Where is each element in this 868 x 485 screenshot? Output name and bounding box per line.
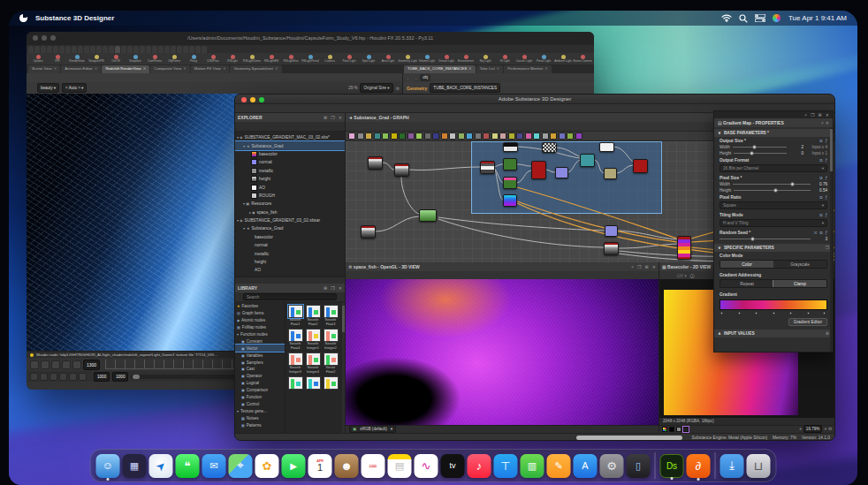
graph-node[interactable] xyxy=(580,154,595,167)
shelf-tool[interactable]: Stereo Camera xyxy=(573,53,592,64)
range-start-field[interactable]: 1000 xyxy=(94,372,110,382)
channels-color-icon[interactable] xyxy=(662,427,667,432)
close-icon[interactable]: ✕ xyxy=(275,66,278,71)
explorer-tree-item[interactable]: ▾ ◈ SUBSTANCE_GRADIENT_MAC_03_02.sbs* xyxy=(235,133,345,141)
shelf-tab[interactable] xyxy=(41,46,46,53)
shelf-tool[interactable]: ObjParms xyxy=(164,53,184,64)
library-category[interactable]: ▣ Comparison xyxy=(235,387,285,394)
properties-scrollbar[interactable] xyxy=(830,127,833,352)
houdini-titlebar[interactable]: /Users/admin/Documents/Houdini_Substance… xyxy=(27,32,594,45)
shelf-tab[interactable] xyxy=(146,46,151,53)
random-seed-value[interactable]: 3 xyxy=(813,237,827,241)
node-palette-icon[interactable] xyxy=(525,133,532,140)
graph-node[interactable] xyxy=(503,142,518,152)
pane-tab[interactable]: TUBE_BACK_CORE_INSTANCES✕ xyxy=(404,65,476,73)
explorer-tree-item[interactable]: height xyxy=(235,175,345,183)
shelf-tool[interactable]: Options xyxy=(28,53,48,64)
library-item[interactable]: Swizzle Float1 xyxy=(287,305,303,327)
pane-tab[interactable]: Redshift RenderView✕ xyxy=(102,65,149,73)
shelf-tab[interactable] xyxy=(202,46,207,53)
library-category[interactable]: ▤ Graph Items xyxy=(235,310,285,317)
shelf-tab[interactable] xyxy=(183,46,188,53)
library-item[interactable]: Swizzle Integer4 xyxy=(305,352,321,375)
dock-item[interactable]: ⌖ xyxy=(229,454,253,478)
shelf-tool[interactable]: Sky Light xyxy=(476,53,495,64)
shelf-tab[interactable] xyxy=(47,46,52,53)
node-palette-icon[interactable] xyxy=(475,133,482,140)
shelf-tool[interactable]: USDPros xyxy=(203,53,223,64)
close-icon[interactable]: ✕ xyxy=(652,264,656,269)
expose-icon[interactable]: ⧉ xyxy=(819,176,822,180)
search-icon[interactable] xyxy=(739,14,748,23)
dock-icon[interactable]: ⊞ xyxy=(324,285,327,291)
library-category[interactable]: ▣ Constant xyxy=(235,337,285,345)
zoom-in-button[interactable]: + xyxy=(824,427,826,431)
dock-item[interactable]: ☺ xyxy=(96,454,120,478)
function-icon[interactable]: ƒ xyxy=(825,176,827,180)
dock-item[interactable]: A xyxy=(574,454,598,478)
gradient-stop-handle[interactable] xyxy=(823,312,826,314)
graph-node[interactable] xyxy=(677,236,691,260)
section-input-values[interactable]: ∧INPUT VALUES ⚙ xyxy=(714,330,833,337)
node-palette-icon[interactable] xyxy=(567,133,574,140)
shelf-tool[interactable]: Spot Light xyxy=(359,53,378,64)
explorer-tree-item[interactable]: AO xyxy=(235,266,345,274)
gradient-stop-handle[interactable] xyxy=(720,312,723,314)
library-category[interactable]: ★ Favorites xyxy=(235,303,285,310)
gradient-stop-handle[interactable] xyxy=(738,312,741,314)
dock-item[interactable]: ≔ xyxy=(362,454,385,478)
playbar-mode-icon[interactable] xyxy=(49,373,57,381)
transport-button[interactable] xyxy=(51,360,60,369)
library-category[interactable]: ▾ Function nodes xyxy=(235,331,285,338)
path-segment[interactable]: obj xyxy=(420,74,430,81)
shelf-tab[interactable] xyxy=(127,46,133,53)
section-base-parameters[interactable]: ∨BASE PARAMETERS * xyxy=(714,129,833,137)
output-format-select[interactable]: 16 Bits per Channel▾ xyxy=(720,164,827,172)
node-palette-icon[interactable] xyxy=(374,133,381,140)
gradient-editor-button[interactable]: Gradient Editor xyxy=(788,318,827,326)
shelf-tool[interactable]: On/Off xyxy=(106,53,126,64)
shelf-tab[interactable] xyxy=(152,46,157,53)
shelf-tab[interactable] xyxy=(103,46,108,53)
close-icon[interactable]: ✕ xyxy=(223,66,226,71)
explorer-tree-item[interactable]: ▸ ◆ space_fish xyxy=(235,208,345,216)
library-item[interactable] xyxy=(323,376,339,398)
auto-select[interactable]: < Auto > ▾ xyxy=(62,83,87,93)
node-palette-icon[interactable] xyxy=(550,133,557,140)
shelf-tool[interactable]: RSLightSun xyxy=(281,53,301,64)
menubar-app-icon[interactable] xyxy=(773,14,780,22)
close-icon[interactable]: ✕ xyxy=(183,66,187,71)
wifi-icon[interactable] xyxy=(721,14,732,22)
explorer-tree-item[interactable]: ▾ ◈ SUBSTANCE_GRADIENT_03_02.sbsar xyxy=(235,216,345,224)
node-palette-icon[interactable] xyxy=(516,133,523,140)
control-center-icon[interactable] xyxy=(755,14,765,22)
pin-icon[interactable]: ⍟ xyxy=(821,120,824,126)
shuffle-icon[interactable]: ⤨ xyxy=(813,231,817,235)
close-icon[interactable]: ✕ xyxy=(54,66,57,71)
shelf-tab[interactable] xyxy=(177,46,182,53)
shelf-tool[interactable]: IPR xyxy=(48,53,67,64)
back-icon[interactable]: ← xyxy=(407,76,411,80)
random-seed-slider[interactable] xyxy=(720,239,811,239)
library-category[interactable]: ▣ Control xyxy=(235,400,285,407)
pixel-height-value[interactable]: 0.54 xyxy=(813,188,827,193)
dock-item[interactable]: ⊔ xyxy=(747,454,771,478)
dock-item[interactable]: ⊤ xyxy=(494,454,518,478)
dock-item[interactable] xyxy=(715,452,716,479)
node-palette-icon[interactable] xyxy=(348,133,355,140)
graph-node[interactable] xyxy=(368,156,383,170)
range-end-field[interactable]: 1000 xyxy=(112,372,128,382)
explorer-tree-item[interactable]: ▾ ◄ Substance_Grad xyxy=(235,141,345,149)
pane-tab[interactable]: Animation Editor✕ xyxy=(61,65,101,73)
gradient-stop-handle[interactable] xyxy=(755,312,758,314)
node-palette-icon[interactable] xyxy=(466,133,473,140)
node-palette-icon[interactable] xyxy=(365,133,372,140)
playbar-mode-icon[interactable] xyxy=(69,373,77,381)
float-icon[interactable]: ❐ xyxy=(811,112,814,117)
pane-tab[interactable]: Scene View✕ xyxy=(28,65,60,73)
node-palette-icon[interactable] xyxy=(533,133,540,140)
color-mode-color[interactable]: Color xyxy=(720,261,773,268)
library-category[interactable]: ◆ Atomic nodes xyxy=(235,317,285,324)
shelf-tab[interactable] xyxy=(164,46,170,53)
graph-node[interactable] xyxy=(394,163,409,177)
